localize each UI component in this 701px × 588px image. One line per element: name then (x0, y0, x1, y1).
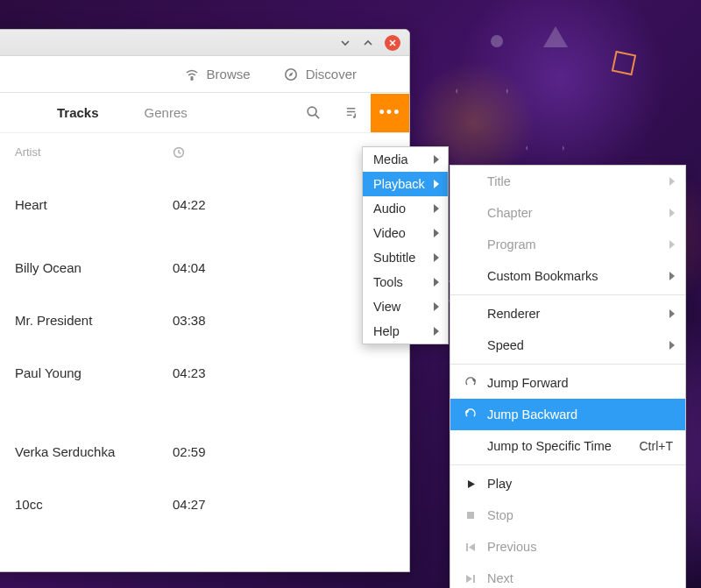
track-list: Heart 04:22 Billy Ocean 04:04 Mr. Presid… (0, 178, 409, 530)
track-duration: 04:04 (173, 260, 243, 275)
menu-subtitle[interactable]: Subtitle (363, 245, 448, 270)
media-player-window: media player Browse Discover Tracks Genr… (0, 29, 410, 572)
track-list-header: Artist (0, 133, 409, 167)
track-duration: 03:38 (173, 313, 243, 328)
svg-rect-6 (466, 543, 468, 551)
track-duration: 04:22 (173, 197, 243, 212)
menu-audio[interactable]: Audio (363, 196, 448, 221)
main-menu: Media Playback Audio Video Subtitle Tool… (362, 146, 449, 344)
track-artist: Heart (0, 197, 173, 212)
column-artist: Artist (0, 145, 173, 159)
more-menu-button[interactable]: ••• (371, 94, 409, 132)
menu-help[interactable]: Help (363, 319, 448, 344)
submenu-jump-backward[interactable]: Jump Backward (450, 399, 685, 430)
column-duration (173, 145, 243, 159)
window-maximize-icon[interactable] (360, 35, 376, 51)
search-icon (306, 105, 321, 120)
submenu-speed[interactable]: Speed (450, 329, 685, 361)
submenu-program: Program (450, 229, 685, 260)
track-row[interactable]: Mr. President 03:38 (0, 294, 409, 346)
shortcut-label: Ctrl+T (640, 439, 674, 453)
menu-playback[interactable]: Playback (363, 172, 448, 196)
ellipsis-icon: ••• (379, 103, 401, 122)
tab-tracks[interactable]: Tracks (34, 93, 122, 132)
next-icon (463, 574, 478, 584)
submenu-jump-forward[interactable]: Jump Forward (450, 367, 685, 399)
menu-separator (450, 464, 685, 465)
chevron-right-icon (669, 177, 675, 186)
compass-icon (284, 67, 298, 81)
track-row[interactable]: Billy Ocean 04:04 (0, 241, 409, 294)
jump-forward-icon (463, 377, 478, 389)
svg-rect-7 (473, 575, 475, 583)
nav-browse[interactable]: Browse (185, 67, 251, 81)
track-row[interactable]: Verka Serduchka 02:59 (0, 425, 409, 478)
nav-bar: Browse Discover (0, 56, 409, 93)
queue-button[interactable] (332, 94, 371, 132)
playback-submenu: Title Chapter Program Custom Bookmarks R… (450, 165, 686, 588)
track-artist: Billy Ocean (0, 260, 173, 275)
track-artist: Verka Serduchka (0, 444, 173, 459)
menu-video[interactable]: Video (363, 221, 448, 245)
submenu-next: Next (450, 563, 685, 588)
menu-view[interactable]: View (363, 294, 448, 319)
stop-icon (463, 511, 478, 520)
previous-icon (463, 542, 478, 552)
chevron-right-icon (669, 209, 675, 217)
submenu-chapter: Chapter (450, 197, 685, 229)
nav-browse-label: Browse (207, 67, 251, 81)
nav-discover[interactable]: Discover (284, 67, 357, 81)
svg-rect-5 (467, 512, 474, 519)
search-button[interactable] (294, 94, 332, 132)
track-artist: 10cc (0, 497, 173, 512)
menu-media[interactable]: Media (363, 147, 448, 172)
submenu-title: Title (450, 166, 685, 197)
nav-discover-label: Discover (306, 67, 357, 81)
chevron-right-icon (669, 272, 675, 280)
track-duration: 04:27 (173, 497, 243, 512)
clock-icon (173, 146, 185, 159)
sub-nav: Tracks Genres ••• (0, 93, 409, 133)
submenu-previous: Previous (450, 531, 685, 563)
wifi-icon (185, 67, 199, 81)
track-row[interactable]: 10cc 04:27 (0, 478, 409, 530)
track-row[interactable]: Heart 04:22 (0, 178, 409, 230)
jump-backward-icon (463, 408, 478, 421)
window-close-button[interactable] (385, 35, 400, 51)
chevron-right-icon (669, 309, 675, 318)
submenu-renderer[interactable]: Renderer (450, 298, 685, 329)
track-duration: 02:59 (173, 444, 243, 459)
track-artist: Mr. President (0, 313, 173, 328)
play-icon (463, 479, 478, 489)
svg-point-2 (308, 107, 316, 116)
chevron-right-icon (669, 240, 675, 249)
submenu-jump-specific[interactable]: Jump to Specific Time Ctrl+T (450, 430, 685, 462)
playlist-icon (344, 105, 359, 120)
submenu-stop: Stop (450, 499, 685, 531)
track-duration: 04:23 (173, 365, 243, 380)
titlebar: media player (0, 30, 409, 56)
menu-tools[interactable]: Tools (363, 270, 448, 294)
menu-separator (450, 364, 685, 365)
window-minimize-icon[interactable] (337, 35, 353, 51)
track-row[interactable]: Paul Young 04:23 (0, 346, 409, 399)
chevron-right-icon (669, 341, 675, 350)
menu-separator (450, 294, 685, 295)
svg-point-3 (353, 116, 356, 118)
tab-genres[interactable]: Genres (122, 93, 210, 132)
submenu-play[interactable]: Play (450, 468, 685, 499)
submenu-bookmarks[interactable]: Custom Bookmarks (450, 260, 685, 292)
svg-point-0 (191, 78, 193, 80)
track-artist: Paul Young (0, 365, 173, 380)
